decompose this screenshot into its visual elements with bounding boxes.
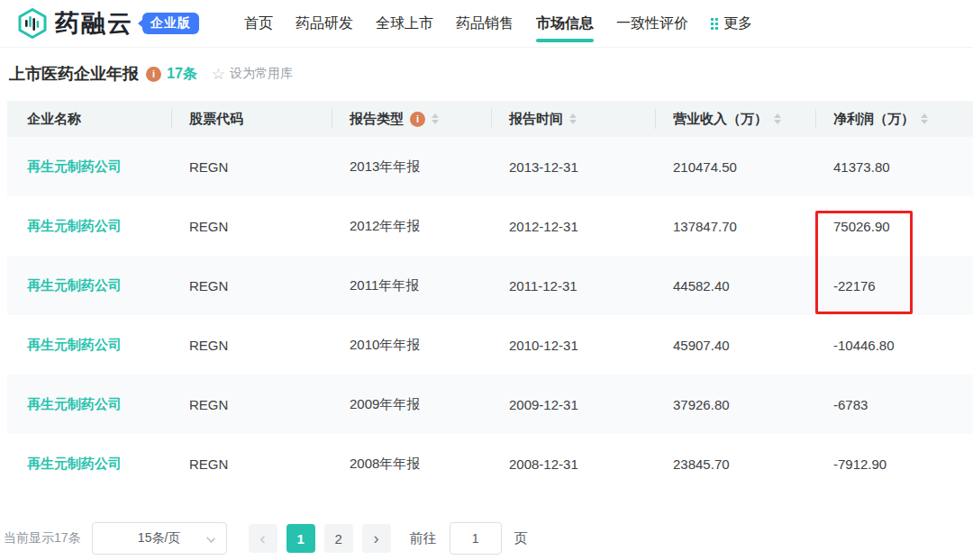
cell-ticker: REGN: [171, 196, 332, 256]
company-link[interactable]: 再生元制药公司: [27, 218, 122, 235]
cell-revenue: 45907.40: [655, 315, 815, 375]
cell-report-date: 2009-12-31: [491, 375, 655, 434]
page-size-value: 15条/页: [138, 530, 180, 546]
cell-revenue: 37926.80: [655, 375, 815, 434]
cell-company: 再生元制药公司: [7, 315, 171, 375]
cell-net-profit: -7912.90: [815, 434, 973, 493]
company-link[interactable]: 再生元制药公司: [27, 456, 122, 473]
table-row: 再生元制药公司 REGN 2012年年报 2012-12-31 137847.7…: [7, 196, 973, 256]
cell-report-type: 2008年年报: [332, 434, 491, 493]
prev-page-button[interactable]: ‹: [249, 524, 277, 553]
column-label: 报告类型: [350, 111, 404, 128]
column-header-net-profit[interactable]: 净利润（万）: [815, 101, 973, 137]
record-count: 17条: [167, 65, 197, 84]
cell-net-profit: -6783: [815, 375, 973, 434]
nav-item-consistency-eval[interactable]: 一致性评价: [616, 0, 688, 47]
company-link[interactable]: 再生元制药公司: [27, 337, 122, 354]
main-nav: 首页 药品研发 全球上市 药品销售 市场信息 一致性评价 更多: [244, 0, 752, 47]
cell-company: 再生元制药公司: [7, 256, 171, 315]
cell-ticker: REGN: [171, 137, 332, 196]
cell-ticker: REGN: [171, 256, 332, 315]
cell-net-profit: 41373.80: [815, 137, 973, 196]
table-row: 再生元制药公司 REGN 2011年年报 2011-12-31 44582.40…: [7, 256, 973, 315]
app-root: 药融云 企业版 首页 药品研发 全球上市 药品销售 市场信息 一致性评价 更多 …: [0, 0, 973, 560]
cell-ticker: REGN: [171, 375, 332, 434]
company-link[interactable]: 再生元制药公司: [27, 158, 122, 176]
annual-report-table: 企业名称 股票代码 报告类型 i 报告时间 营业收入（万） 净利润（万）: [7, 101, 973, 493]
brand-logo[interactable]: 药融云 企业版: [16, 7, 199, 40]
set-favorite-button[interactable]: ☆ 设为常用库: [212, 66, 293, 82]
sort-icon[interactable]: [774, 113, 781, 124]
nav-item-label: 更多: [723, 14, 752, 33]
sort-icon[interactable]: [921, 113, 928, 124]
cell-revenue: 23845.70: [655, 434, 815, 493]
cell-ticker: REGN: [171, 434, 332, 493]
next-page-button[interactable]: ›: [362, 524, 391, 553]
page-header: 上市医药企业年报 i 17条 ☆ 设为常用库: [0, 61, 973, 86]
page-button-1[interactable]: 1: [286, 524, 315, 553]
goto-suffix: 页: [514, 530, 528, 547]
chevron-left-icon: ‹: [260, 530, 266, 546]
cell-company: 再生元制药公司: [7, 375, 171, 434]
column-header-revenue[interactable]: 营业收入（万）: [655, 101, 815, 137]
cell-report-type: 2011年年报: [332, 256, 491, 315]
top-navbar: 药融云 企业版 首页 药品研发 全球上市 药品销售 市场信息 一致性评价 更多: [0, 0, 973, 48]
pagination-bar: 当前显示17条 15条/页 ‹ 1 2 › 前往 页: [4, 522, 973, 555]
brand-name: 药融云: [55, 7, 133, 40]
cell-company: 再生元制药公司: [7, 434, 171, 493]
info-icon[interactable]: i: [146, 67, 161, 82]
column-label: 企业名称: [27, 111, 81, 128]
cell-net-profit: -10446.80: [815, 315, 973, 375]
more-grid-icon: [711, 18, 718, 30]
sort-icon[interactable]: [569, 113, 577, 124]
table-row: 再生元制药公司 REGN 2010年年报 2010-12-31 45907.40…: [7, 315, 973, 375]
brand-edition-badge: 企业版: [142, 13, 199, 34]
column-header-company: 企业名称: [7, 101, 171, 137]
nav-item-market-info[interactable]: 市场信息: [536, 0, 594, 47]
nav-item-global-listing[interactable]: 全球上市: [376, 0, 433, 47]
nav-item-drug-sales[interactable]: 药品销售: [456, 0, 514, 47]
page-title: 上市医药企业年报: [9, 63, 139, 85]
nav-item-home[interactable]: 首页: [244, 0, 273, 47]
table-row: 再生元制药公司 REGN 2013年年报 2013-12-31 210474.5…: [7, 137, 973, 196]
column-label: 股票代码: [189, 111, 243, 128]
nav-item-label: 市场信息: [536, 14, 594, 33]
display-summary: 当前显示17条: [4, 530, 81, 546]
active-tab-underline: [536, 39, 594, 42]
nav-item-drug-rd[interactable]: 药品研发: [296, 0, 353, 47]
cell-report-date: 2010-12-31: [491, 315, 655, 375]
company-link[interactable]: 再生元制药公司: [27, 277, 122, 294]
star-icon: ☆: [212, 67, 225, 82]
cell-ticker: REGN: [171, 315, 332, 375]
column-label: 净利润（万）: [833, 111, 914, 128]
nav-item-more[interactable]: 更多: [711, 0, 752, 47]
chevron-down-icon: [205, 534, 214, 543]
column-header-report-date[interactable]: 报告时间: [491, 101, 655, 137]
pagination-controls: ‹ 1 2 ›: [249, 524, 391, 553]
cell-report-type: 2012年年报: [332, 196, 491, 256]
cell-report-date: 2008-12-31: [491, 434, 655, 493]
goto-page-input[interactable]: [450, 522, 502, 555]
column-header-report-type[interactable]: 报告类型 i: [332, 101, 491, 137]
page-size-select[interactable]: 15条/页: [92, 522, 227, 555]
column-label: 营业收入（万）: [673, 111, 768, 128]
goto-label: 前往: [410, 530, 437, 547]
page-button-2[interactable]: 2: [324, 524, 353, 553]
column-header-ticker: 股票代码: [171, 101, 332, 137]
cell-revenue: 137847.70: [655, 196, 815, 256]
cell-company: 再生元制药公司: [7, 196, 171, 256]
cell-revenue: 210474.50: [655, 137, 815, 196]
logo-icon: [16, 7, 49, 40]
cell-net-profit: -22176: [815, 256, 973, 315]
cell-net-profit: 75026.90: [815, 196, 973, 256]
table-row: 再生元制药公司 REGN 2009年年报 2009-12-31 37926.80…: [7, 375, 973, 434]
company-link[interactable]: 再生元制药公司: [27, 396, 122, 413]
info-icon[interactable]: i: [410, 112, 425, 127]
cell-company: 再生元制药公司: [7, 137, 171, 196]
cell-report-date: 2012-12-31: [491, 196, 655, 256]
cell-report-date: 2013-12-31: [491, 137, 655, 196]
sort-icon[interactable]: [432, 113, 439, 124]
cell-report-date: 2011-12-31: [491, 256, 655, 315]
cell-revenue: 44582.40: [655, 256, 815, 315]
favorite-label: 设为常用库: [230, 66, 293, 82]
